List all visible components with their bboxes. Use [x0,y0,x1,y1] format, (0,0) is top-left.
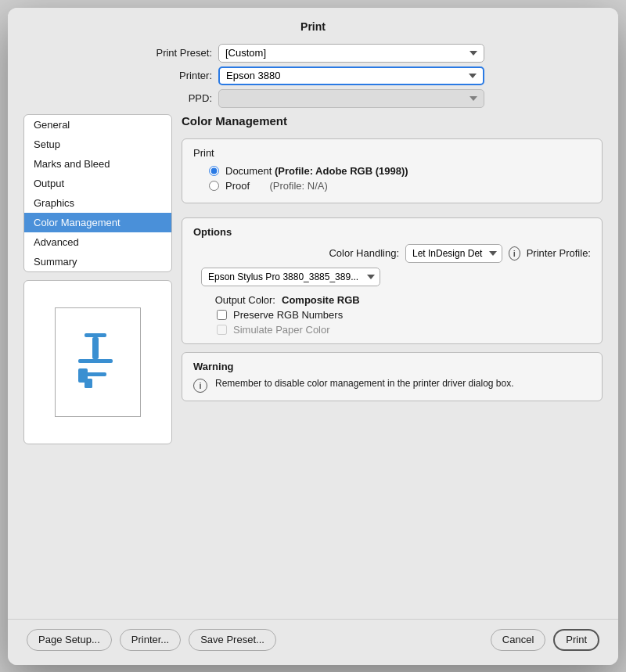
simulate-paper-checkbox[interactable] [217,325,227,335]
print-panel: Print Document (Profile: Adobe RGB (1998… [182,138,603,203]
sidebar-item-summary[interactable]: Summary [24,252,171,271]
sidebar-item-general[interactable]: General [24,115,171,135]
page-setup-button[interactable]: Page Setup... [27,629,112,651]
footer-bar: Page Setup... Printer... Save Preset... … [8,619,618,665]
sidebar-item-output[interactable]: Output [24,174,171,193]
cancel-button[interactable]: Cancel [491,629,545,651]
simulate-paper-label: Simulate Paper Color [233,324,330,336]
svg-rect-4 [85,372,106,376]
svg-rect-0 [85,333,106,337]
sidebar-item-marks-and-bleed[interactable]: Marks and Bleed [24,154,171,174]
preview-panel [23,280,172,444]
printer-profile-select[interactable]: Epson Stylus Pro 3880_3885_389... [201,268,380,286]
printer-profile-row: Epson Stylus Pro 3880_3885_389... [201,268,399,286]
output-color-value: Composite RGB [282,294,360,306]
sidebar-item-setup[interactable]: Setup [24,135,171,154]
footer-right-buttons: Cancel Print [491,629,599,651]
simulate-paper-row: Simulate Paper Color [193,324,591,336]
content-area: Color Management Print Document (Profile… [182,114,603,611]
color-handling-label: Color Handling: [201,247,399,259]
main-area: General Setup Marks and Bleed Output Gra… [8,114,618,619]
preserve-rgb-checkbox[interactable] [217,310,227,320]
save-preset-button[interactable]: Save Preset... [189,629,276,651]
print-preset-row: Print Preset: [Custom] [31,44,595,63]
print-dialog: Print Print Preset: [Custom] Printer: Ep… [8,8,618,665]
warning-panel: Warning i Remember to disable color mana… [182,352,603,401]
print-button[interactable]: Print [553,629,599,651]
ppd-select[interactable] [218,89,484,108]
printer-profile-label: Printer Profile: [527,247,591,259]
warning-text: Remember to disable color management in … [215,377,514,390]
ppd-row: PPD: [31,89,595,108]
section-title: Color Management [182,114,603,128]
print-preset-select[interactable]: [Custom] [218,44,484,63]
svg-rect-5 [85,379,92,388]
document-radio[interactable] [209,166,219,176]
color-handling-info-icon[interactable]: i [509,246,520,261]
document-radio-row: Document (Profile: Adobe RGB (1998)) [193,165,591,177]
proof-radio-row: Proof (Profile: N/A) [193,180,591,192]
sidebar-item-graphics[interactable]: Graphics [24,193,171,213]
preserve-rgb-row: Preserve RGB Numbers [193,309,591,321]
warning-body: i Remember to disable color management i… [193,377,591,393]
printer-label: Printer: [142,70,212,81]
printer-select[interactable]: Epson 3880 [218,66,484,85]
sidebar-item-color-management[interactable]: Color Management [24,213,171,232]
sidebar-nav-panel: General Setup Marks and Bleed Output Gra… [23,114,172,272]
svg-rect-1 [92,337,99,359]
color-handling-row: Let InDesign Determine Colors i [405,244,520,263]
options-grid: Color Handling: Let InDesign Determine C… [193,244,591,286]
preserve-rgb-label: Preserve RGB Numbers [233,309,343,321]
options-panel: Options Color Handling: Let InDesign Det… [182,217,603,344]
footer-left-buttons: Page Setup... Printer... Save Preset... [27,629,276,651]
document-preview-icon [70,325,125,398]
proof-radio-label: Proof (Profile: N/A) [225,180,328,192]
output-color-label: Output Color: [201,294,275,306]
color-handling-select[interactable]: Let InDesign Determine Colors [405,244,502,263]
print-preset-label: Print Preset: [142,47,212,59]
sidebar-item-advanced[interactable]: Advanced [24,232,171,252]
document-radio-label: Document (Profile: Adobe RGB (1998)) [225,165,408,177]
svg-rect-2 [78,359,113,363]
sidebar: General Setup Marks and Bleed Output Gra… [23,114,172,611]
dialog-title: Print [8,8,618,41]
preset-area: Print Preset: [Custom] Printer: Epson 38… [8,41,618,114]
warning-info-icon: i [193,379,207,393]
options-title: Options [193,226,591,238]
print-panel-title: Print [193,147,591,159]
ppd-label: PPD: [142,92,212,104]
preview-inner [55,307,141,417]
printer-row: Printer: Epson 3880 [31,66,595,85]
output-color-row: Output Color: Composite RGB [193,294,591,306]
proof-radio[interactable] [209,181,219,191]
printer-button[interactable]: Printer... [120,629,181,651]
warning-title: Warning [193,361,591,372]
